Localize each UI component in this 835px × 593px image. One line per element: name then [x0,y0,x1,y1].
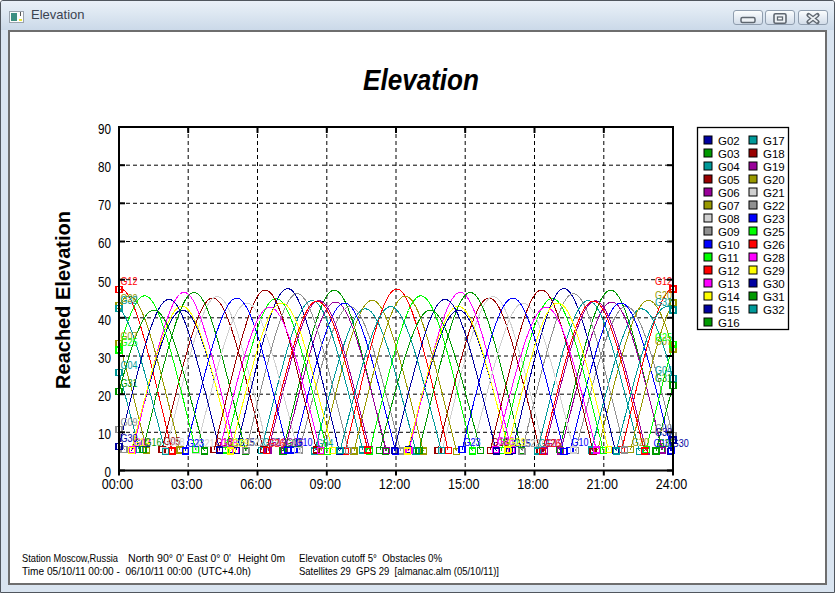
svg-text:G31: G31 [655,373,672,384]
svg-text:G20: G20 [763,174,785,186]
svg-text:G16: G16 [145,437,162,448]
svg-text:G23: G23 [763,213,785,225]
svg-text:G22: G22 [763,200,785,212]
svg-text:Satellites 29 GPS 29 [almana: Satellites 29 GPS 29 [almanac.alm (05/10… [299,565,499,577]
svg-text:Elevation: Elevation [363,63,479,96]
svg-text:G29: G29 [763,265,785,277]
svg-text:40: 40 [98,311,111,328]
svg-text:G29: G29 [509,437,526,448]
svg-text:G21: G21 [763,187,785,199]
svg-text:G28: G28 [763,252,785,264]
svg-text:G22: G22 [248,437,265,448]
svg-text:G26: G26 [268,438,285,449]
svg-text:12:00: 12:00 [379,475,411,492]
svg-text:East 0° 0': East 0° 0' [187,552,231,564]
svg-text:G10: G10 [296,437,313,448]
svg-text:G12: G12 [121,276,138,287]
svg-text:G10: G10 [718,239,740,251]
svg-text:G03: G03 [718,148,740,160]
svg-text:90: 90 [98,120,111,137]
svg-text:24:00: 24:00 [656,475,688,492]
svg-text:G20: G20 [632,437,649,448]
svg-text:06:00: 06:00 [240,475,272,492]
svg-text:G06: G06 [718,187,740,199]
svg-text:80: 80 [98,158,111,175]
svg-text:G09: G09 [121,417,138,428]
svg-text:G25: G25 [121,337,138,348]
svg-text:09:00: 09:00 [309,475,341,492]
svg-text:15:00: 15:00 [448,475,480,492]
svg-text:21:00: 21:00 [586,475,618,492]
svg-text:G12: G12 [655,276,672,287]
svg-text:G30: G30 [121,433,138,444]
svg-text:G09: G09 [718,226,740,238]
svg-text:Elevation cutoff 5° Obstacles: Elevation cutoff 5° Obstacles 0% [299,552,442,564]
svg-text:G07: G07 [718,200,740,212]
svg-text:10: 10 [98,425,111,442]
svg-text:G18: G18 [763,148,785,160]
svg-text:G25: G25 [763,226,785,238]
svg-text:G15: G15 [718,304,740,316]
svg-text:00:00: 00:00 [102,475,134,492]
svg-text:G04: G04 [121,360,138,371]
svg-text:G08: G08 [168,437,185,448]
svg-text:G16: G16 [718,317,740,329]
svg-text:Station Moscow,Russia: Station Moscow,Russia [22,552,119,564]
svg-text:G25: G25 [655,332,672,343]
svg-text:G19: G19 [763,161,785,173]
svg-text:G04: G04 [718,161,740,173]
svg-text:North 90° 0': North 90° 0' [128,552,184,564]
svg-text:G29: G29 [232,438,249,449]
svg-text:50: 50 [98,273,111,290]
svg-text:G30: G30 [763,278,785,290]
svg-text:Reached Elevation: Reached Elevation [52,211,74,389]
svg-text:G31: G31 [121,378,138,389]
svg-text:G26: G26 [544,438,561,449]
svg-text:G02: G02 [718,135,740,147]
svg-text:G08: G08 [718,213,740,225]
svg-text:60: 60 [98,234,111,251]
svg-text:G04: G04 [316,438,333,449]
svg-text:G26: G26 [763,239,785,251]
svg-text:G32: G32 [655,297,672,308]
svg-text:G17: G17 [763,135,785,147]
svg-text:G05: G05 [718,174,740,186]
svg-text:G31: G31 [763,291,785,303]
svg-text:G10: G10 [572,437,589,448]
svg-text:G32: G32 [763,304,785,316]
svg-text:G11: G11 [718,252,739,264]
svg-text:G32: G32 [121,295,138,306]
svg-text:G23: G23 [464,437,481,448]
svg-text:G22: G22 [524,438,541,449]
svg-text:G13: G13 [718,278,740,290]
svg-text:20: 20 [98,387,111,404]
svg-text:18:00: 18:00 [517,475,549,492]
svg-text:Time 05/10/11 00:00 - 06/10/1: Time 05/10/11 00:00 - 06/10/11 00:00 (UT… [22,565,251,577]
svg-text:03:00: 03:00 [171,475,203,492]
svg-text:70: 70 [98,196,111,213]
svg-text:G23: G23 [187,438,204,449]
svg-text:G12: G12 [718,265,740,277]
svg-text:Height 0m: Height 0m [238,552,285,564]
svg-text:G14: G14 [718,291,740,303]
svg-text:30: 30 [98,349,111,366]
